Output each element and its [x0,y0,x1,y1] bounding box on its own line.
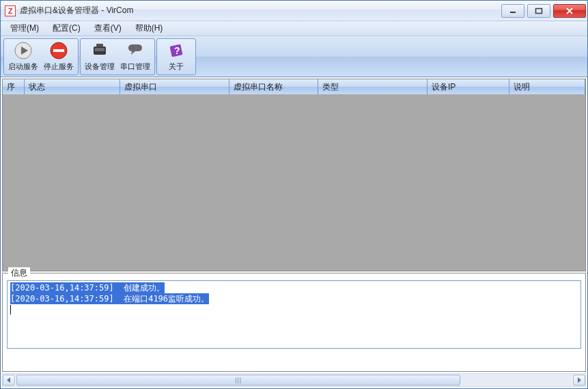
play-icon [13,41,33,60]
horizontal-scrollbar[interactable]: ||| [2,373,586,387]
device-manage-button[interactable]: 设备管理 [82,40,117,73]
maximize-icon [535,8,543,14]
svg-text:?: ? [174,45,180,56]
menu-view[interactable]: 查看(V) [87,21,128,36]
chat-icon [125,41,145,60]
titlebar: Z 虚拟串口&设备管理器 - VirCom [1,1,587,21]
scroll-right-button[interactable] [573,375,585,386]
svg-rect-1 [536,8,542,13]
stop-icon [48,41,69,60]
col-description[interactable]: 说明 [509,79,585,94]
device-icon [89,41,110,60]
menu-help[interactable]: 帮助(H) [128,21,170,36]
table-body[interactable] [3,94,585,271]
svg-rect-10 [96,44,103,46]
minimize-button[interactable] [501,4,524,18]
toolbar-group-manage: 设备管理 串口管理 [80,38,155,75]
menubar: 管理(M) 配置(C) 查看(V) 帮助(H) [1,21,587,36]
info-panel-title: 信息 [8,267,30,279]
scroll-thumb[interactable]: ||| [16,375,460,386]
tool-label: 停止服务 [44,62,74,72]
about-button[interactable]: ? 关于 [158,40,194,73]
col-index[interactable]: 序 [3,79,25,94]
tool-label: 启动服务 [8,62,38,72]
stop-service-button[interactable]: 停止服务 [41,40,76,73]
tool-label: 关于 [169,62,184,72]
scroll-left-button[interactable] [3,375,15,386]
app-icon: Z [5,5,16,16]
col-virtual-port-name[interactable]: 虚拟串口名称 [229,79,318,94]
chevron-right-icon [576,377,582,383]
col-type[interactable]: 类型 [318,79,428,94]
menu-manage[interactable]: 管理(M) [3,21,46,36]
tool-label: 串口管理 [120,62,150,72]
toolbar: 启动服务 停止服务 [1,36,587,77]
svg-marker-14 [578,377,581,383]
col-status[interactable]: 状态 [25,79,120,94]
device-table: 序 状态 虚拟串口 虚拟串口名称 类型 设备IP 说明 [2,79,586,271]
toolbar-group-about: ? 关于 [156,38,196,75]
svg-marker-13 [7,377,10,383]
chevron-left-icon [6,377,12,383]
svg-rect-9 [95,48,104,51]
start-service-button[interactable]: 启动服务 [5,40,41,73]
log-line: [2020-03-16,14:37:59] 创建成功。 [10,282,165,293]
close-button[interactable] [553,4,586,18]
scroll-track[interactable]: ||| [16,375,572,386]
close-icon [565,8,574,14]
minimize-icon [509,8,517,14]
maximize-button[interactable] [527,4,550,18]
window-title: 虚拟串口&设备管理器 - VirCom [20,5,499,16]
window-controls [499,4,586,18]
text-caret [10,305,11,314]
col-device-ip[interactable]: 设备IP [428,79,509,94]
svg-rect-7 [53,49,64,52]
col-virtual-port[interactable]: 虚拟串口 [120,79,229,94]
info-panel: 信息 [2020-03-16,14:37:59] 创建成功。 [2020-03-… [2,273,586,372]
serial-manage-button[interactable]: 串口管理 [117,40,153,73]
menu-config[interactable]: 配置(C) [46,21,87,36]
log-area[interactable]: [2020-03-16,14:37:59] 创建成功。 [2020-03-16,… [7,280,581,349]
toolbar-group-service: 启动服务 停止服务 [3,38,79,75]
window-frame: Z 虚拟串口&设备管理器 - VirCom 管理(M) 配置(C) 查看(V) … [0,0,588,389]
help-book-icon: ? [166,41,186,60]
log-line: [2020-03-16,14:37:59] 在端口4196监听成功。 [10,293,209,304]
table-header: 序 状态 虚拟串口 虚拟串口名称 类型 设备IP 说明 [3,79,585,94]
tool-label: 设备管理 [85,62,115,72]
